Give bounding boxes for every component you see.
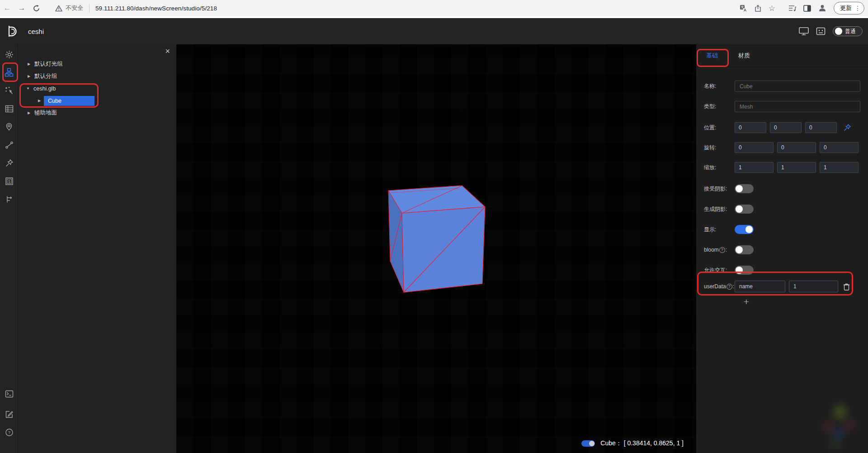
field-row-scale: 缩放: [704, 162, 868, 173]
receive-shadow-toggle[interactable] [735, 184, 754, 193]
userdata-colon: : [733, 283, 734, 290]
hierarchy-icon[interactable] [0, 64, 18, 81]
tree-item-label: 辅助地面 [34, 109, 57, 117]
tree-item-label: ceshi.glb [33, 86, 56, 92]
scale-x-input[interactable] [735, 162, 774, 173]
status-toggle[interactable] [581, 440, 595, 447]
userdata-key-input[interactable] [735, 281, 785, 292]
svg-text:5: 5 [8, 179, 10, 183]
status-object-name: Cube： [600, 439, 622, 447]
type-input[interactable] [735, 101, 860, 112]
bloom-colon: : [726, 247, 727, 253]
site-security-chip[interactable]: 不安全 [55, 4, 83, 12]
rotation-z-input[interactable] [820, 142, 859, 153]
field-row-type: 类型: [704, 101, 868, 112]
browser-forward-button[interactable]: → [14, 1, 29, 15]
close-icon[interactable]: × [165, 47, 170, 55]
name-input[interactable] [735, 81, 860, 92]
tree-item-cube[interactable]: ▶ Cube [19, 95, 176, 107]
expand-arrow-icon[interactable]: ▶ [26, 111, 32, 115]
cast-shadow-toggle[interactable] [735, 205, 754, 214]
mode-toggle-knob [835, 28, 842, 35]
status-toggle-knob [589, 441, 594, 446]
field-label: 名称: [704, 82, 735, 90]
mode-label: 普通 [845, 28, 856, 35]
toggle-knob [736, 267, 743, 274]
field-label: 允许交互: [704, 267, 735, 274]
tab-material[interactable]: 材质 [738, 52, 750, 60]
position-z-input[interactable] [805, 122, 837, 133]
location-icon[interactable] [0, 119, 18, 135]
field-row-position: 位置: [704, 122, 868, 133]
side-panel-icon[interactable] [803, 5, 811, 12]
browser-update-button[interactable]: 更新 ⋮ [834, 2, 864, 14]
expand-arrow-icon[interactable]: ▶ [37, 99, 42, 103]
layer-list-icon[interactable] [0, 100, 18, 117]
expand-arrow-icon[interactable]: ▶ [26, 74, 32, 78]
help-icon[interactable]: ? [0, 424, 18, 440]
expand-arrow-icon[interactable]: ▶ [26, 62, 32, 66]
position-pin-icon[interactable] [843, 124, 851, 132]
visible-toggle[interactable] [735, 225, 754, 234]
field-row-visible: 显示: [704, 225, 868, 234]
position-x-input[interactable] [735, 122, 766, 133]
field-row-name: 名称: [704, 81, 868, 92]
route-icon[interactable] [0, 137, 18, 153]
bloom-toggle[interactable] [735, 245, 754, 254]
interactive-toggle[interactable] [735, 266, 754, 275]
viewport-3d[interactable]: Cube： [ 0.38414, 0.8625, 1 ] [176, 44, 696, 453]
screen-face-icon[interactable] [816, 27, 826, 36]
pin-icon[interactable] [0, 155, 18, 171]
media-list-icon[interactable] [788, 5, 797, 12]
position-y-input[interactable] [770, 122, 802, 133]
bloom-label: bloom [704, 247, 719, 253]
settings-icon[interactable] [0, 46, 18, 62]
mode-toggle[interactable]: 普通 [833, 26, 863, 36]
field-label: 显示: [704, 226, 735, 234]
trash-icon [843, 283, 850, 291]
field-label: userData ? : [704, 283, 735, 290]
svg-text:?: ? [8, 430, 10, 435]
tree-item-default-group[interactable]: ▶ 默认分组 [19, 70, 176, 82]
share-icon[interactable] [754, 5, 762, 12]
tree-item-label-selected[interactable]: Cube [44, 96, 94, 106]
flow-icon[interactable] [0, 191, 18, 207]
scale-z-input[interactable] [820, 162, 859, 173]
add-userdata-button[interactable]: + [742, 297, 751, 306]
browser-back-button[interactable]: ← [0, 1, 14, 15]
monitor-icon[interactable] [799, 27, 809, 36]
security-label: 不安全 [66, 4, 83, 12]
field-row-userdata: userData ? : [704, 281, 868, 292]
bloom-help-icon[interactable]: ? [719, 247, 725, 253]
edit-icon[interactable] [0, 406, 18, 422]
browser-menu-icon[interactable]: ⋮ [854, 6, 861, 10]
userdata-value-input[interactable] [789, 281, 838, 292]
page-top-strip [0, 16, 868, 18]
translate-icon[interactable] [740, 5, 747, 12]
address-bar-url[interactable]: 59.111.211.80/dash/newScreen/studio/5/21… [95, 5, 217, 12]
rotation-y-input[interactable] [777, 142, 816, 153]
userdata-help-icon[interactable]: ? [726, 284, 732, 290]
html5-icon[interactable]: 5 [0, 173, 18, 189]
field-row-bloom: bloom ? : [704, 245, 868, 254]
field-row-receive-shadow: 接受阴影: [704, 184, 868, 193]
magic-select-icon[interactable] [0, 82, 18, 99]
field-label: 缩放: [704, 164, 735, 172]
field-label: 旋转: [704, 144, 735, 152]
tree-item-ceshi-glb[interactable]: ▼ ceshi.glb [19, 82, 176, 95]
terminal-icon[interactable] [0, 386, 18, 402]
tree-item-default-lights[interactable]: ▶ 默认灯光组 [19, 58, 176, 70]
delete-userdata-button[interactable] [843, 283, 850, 291]
browser-reload-button[interactable] [29, 1, 43, 15]
tree-item-helper-ground[interactable]: ▶ 辅助地面 [19, 107, 176, 119]
tree-item-label: 默认分组 [34, 72, 57, 80]
scene-tree-panel: × ▶ 默认灯光组 ▶ 默认分组 ▼ ceshi.glb ▶ Cube ▶ 辅助… [19, 44, 176, 453]
bookmark-star-icon[interactable]: ☆ [769, 4, 775, 13]
profile-icon[interactable] [818, 4, 827, 13]
rotation-x-input[interactable] [735, 142, 774, 153]
cube-mesh[interactable] [387, 185, 487, 294]
browser-toolbar: ← → 不安全 59.111.211.80/dash/newScreen/stu… [0, 0, 868, 16]
collapse-arrow-icon[interactable]: ▼ [25, 86, 31, 91]
scale-y-input[interactable] [777, 162, 816, 173]
tab-basic[interactable]: 基础 [706, 52, 718, 60]
